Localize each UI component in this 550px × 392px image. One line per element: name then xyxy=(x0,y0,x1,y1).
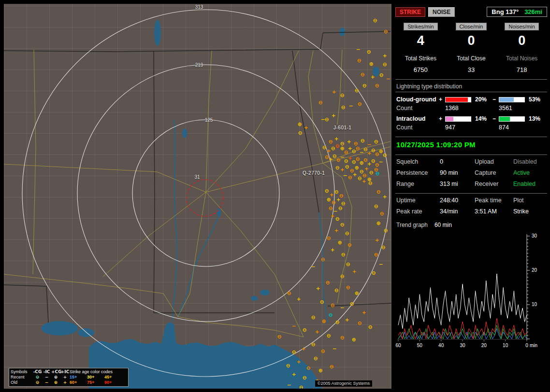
trend-window-value: 60 min xyxy=(434,222,452,228)
total-strikes-value: 6750 xyxy=(395,66,446,73)
strike-symbol: + xyxy=(362,179,366,184)
strike-symbol: ⊖ xyxy=(374,204,378,209)
legend-strike-symbol: ⊕ xyxy=(51,380,60,385)
strike-symbol: ⊕ xyxy=(351,337,356,342)
strike-symbol: ⊖ xyxy=(376,190,380,195)
lightning-map[interactable]: ⊖⊖−⊖+⊖⊕⊖⊖+⊖−⊖⊖⊖+⊖⊖⊖−⊖+⊖⊕+⊖−⊖+⊖⊖⊕⊖+⊖⊖−⊖+⊖… xyxy=(4,4,391,389)
legend-strike-symbol: ⊖ xyxy=(33,380,42,385)
strike-symbol: ⊖ xyxy=(340,93,344,98)
strike-mode-button[interactable]: STRIKE xyxy=(395,7,425,17)
strike-symbol: ⊕ xyxy=(354,166,359,170)
strike-symbol: ⊖ xyxy=(357,58,361,63)
svg-text:20: 20 xyxy=(481,343,487,348)
strike-symbol: ⊖ xyxy=(382,62,387,67)
svg-text:40: 40 xyxy=(438,343,444,348)
svg-text:10: 10 xyxy=(532,302,537,307)
peak-time-value: 3:51 AM xyxy=(475,208,513,215)
separator xyxy=(395,137,547,137)
cg-positive-count: 1368 xyxy=(445,105,473,112)
stats-grid: Uptime 248:40 Peak time Plot Peak rate 3… xyxy=(396,197,547,215)
strike-symbol: ⊖ xyxy=(298,131,302,136)
strike-symbol: + xyxy=(382,195,387,199)
range-ring-label: 219 xyxy=(195,63,203,68)
strikes-per-min-button[interactable]: Strikes/min xyxy=(404,23,437,30)
strike-symbol: ⊖ xyxy=(369,170,373,175)
strike-symbol: ⊖ xyxy=(373,18,377,23)
cg-positive-pct: 20% xyxy=(473,96,492,103)
strike-symbol: ⊖ xyxy=(291,350,296,355)
side-panel: STRIKE NOISE Bng 137° 326mi Strikes/min … xyxy=(395,4,547,389)
strike-symbol: ⊖ xyxy=(345,165,349,169)
strike-symbol: ⊖ xyxy=(371,271,376,276)
total-counters: Total Strikes 6750 Total Close 33 Total … xyxy=(395,55,547,73)
strike-symbol: ⊖ xyxy=(328,313,333,318)
bearing-label: Bng 137° xyxy=(492,8,519,15)
noises-per-min-button[interactable]: Noises/min xyxy=(505,23,538,30)
strike-symbol: + xyxy=(336,197,340,202)
strike-symbol: + xyxy=(375,238,379,243)
strike-symbol: ⊖ xyxy=(360,139,364,143)
strike-symbol: ⊖ xyxy=(366,50,371,55)
strike-symbol: ⊖ xyxy=(326,334,331,338)
legend-age-code: 75+ xyxy=(87,380,104,385)
ic-negative-bar xyxy=(499,116,525,122)
svg-text:50: 50 xyxy=(417,343,423,348)
noise-mode-button[interactable]: NOISE xyxy=(428,7,455,17)
strike-layer: ⊖⊖−⊖+⊖⊕⊖⊖+⊖−⊖⊖⊖+⊖⊖⊖−⊖+⊖⊕+⊖−⊖+⊖⊖⊕⊖+⊖⊖−⊖+⊖… xyxy=(4,4,391,389)
strike-symbol: + xyxy=(330,214,334,219)
strike-symbol: ⊖ xyxy=(311,342,315,347)
strike-symbol: ⊖ xyxy=(335,320,339,325)
close-per-min-button[interactable]: Close/min xyxy=(456,23,487,30)
total-strikes-label: Total Strikes xyxy=(395,55,446,62)
strike-symbol: ⊖ xyxy=(340,336,344,340)
strike-symbol: + xyxy=(334,228,338,233)
strike-symbol: ⊕ xyxy=(297,122,302,127)
bearing-readout: Bng 137° 326mi xyxy=(487,7,547,17)
cg-positive-bar xyxy=(445,97,471,102)
strike-symbol: ⊕ xyxy=(318,368,322,373)
strike-symbol: + xyxy=(330,248,334,252)
strike-symbol: ⊖ xyxy=(335,144,339,149)
svg-text:10: 10 xyxy=(503,343,508,348)
strike-symbol: ⊖ xyxy=(335,166,339,170)
strike-symbol: ⊖ xyxy=(286,364,290,368)
strike-symbol: + xyxy=(364,167,368,171)
total-noises-value: 718 xyxy=(496,66,547,73)
strike-symbol: ⊖ xyxy=(360,72,364,77)
strike-symbol: + xyxy=(316,286,320,291)
strike-symbol: + xyxy=(332,90,336,95)
separator xyxy=(395,79,547,80)
strike-symbol: ⊕ xyxy=(369,62,373,67)
strike-symbol: + xyxy=(291,372,296,377)
trend-graph-header: Trend graph 60 min xyxy=(396,222,547,228)
strike-symbol: ⊕ xyxy=(354,291,359,296)
strike-symbol: − xyxy=(343,173,347,178)
strike-symbol: ⊖ xyxy=(331,200,335,205)
strike-symbol: + xyxy=(347,140,351,144)
minus-sign: − xyxy=(492,115,499,122)
total-close-value: 33 xyxy=(446,66,497,73)
legend-strike-symbol: − xyxy=(42,375,51,380)
strike-symbol: ⊕ xyxy=(326,197,331,202)
legend-row-label: Recent xyxy=(11,375,33,380)
strike-symbol: ⊖ xyxy=(338,206,342,211)
trend-chart: 3020106050403020100min xyxy=(395,230,547,353)
strike-symbol: ⊖ xyxy=(345,231,349,236)
strike-symbol: ⊖ xyxy=(357,102,362,107)
strike-symbol: + xyxy=(352,269,356,274)
strike-symbol: ⊖ xyxy=(383,29,388,34)
peak-time-label: Peak time xyxy=(475,197,513,204)
status-grid: Squelch 0 Upload Disabled Persistence 90… xyxy=(396,158,547,187)
strike-symbol: − xyxy=(378,262,383,267)
uptime-label: Uptime xyxy=(396,197,440,204)
strike-symbol: ⊖ xyxy=(322,145,326,150)
capture-label: Capture xyxy=(475,169,513,176)
cloud-ground-distribution: Cloud-ground + 20% − 53% Count 1368 3561 xyxy=(395,96,547,112)
strike-symbol: − xyxy=(320,117,325,122)
peak-rate-value: 34/min xyxy=(440,208,475,215)
trend-graph-svg: 3020106050403020100min xyxy=(395,230,546,352)
strike-symbol: ⊖ xyxy=(320,257,325,262)
strike-symbol: + xyxy=(382,54,387,58)
ic-negative-count: 874 xyxy=(499,124,527,131)
svg-text:0: 0 xyxy=(525,343,528,348)
